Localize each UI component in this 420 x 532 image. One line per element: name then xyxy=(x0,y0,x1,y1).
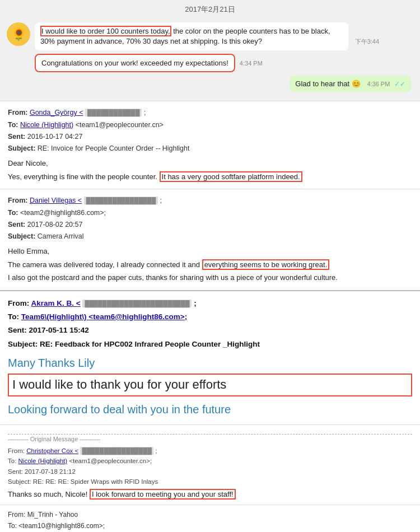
divider-text: ---------- Original Message ---------- xyxy=(8,436,100,442)
email-body-2: Hello Emma, The camera was delivered tod… xyxy=(8,246,412,283)
big-highlighted-text: I would like to thank you for your effor… xyxy=(8,374,412,396)
to-link-3[interactable]: Team6\(Highlight\) <team6@highlight86.co… xyxy=(21,312,187,321)
email-header-4: From: Christopher Cox < ████████████████… xyxy=(8,446,412,487)
greeting-2: Hello Emma, xyxy=(8,246,412,257)
to-email-1: <team1@peoplecounter.cn> xyxy=(76,121,164,129)
to-link-1[interactable]: Nicole (Highlight) xyxy=(20,121,73,129)
email-section-2: From: Daniel Villegas < ████████████████… xyxy=(0,189,420,290)
date-text: 2017年2月21日 xyxy=(185,5,235,13)
from-label-5: From: xyxy=(8,511,25,519)
avatar: 🌻 xyxy=(7,22,30,46)
email-header-5: From: Mi_Trinh - Yahoo To: <team10@highl… xyxy=(8,510,412,532)
body2-text: The camera was delivered today, I alread… xyxy=(8,260,200,269)
to-email-2: <team2@highlight86.com>; xyxy=(20,209,106,217)
highlighted-platform: It has a very good softfare platform ind… xyxy=(160,171,302,182)
subject-label-3: Subject: xyxy=(8,340,38,348)
double-check-icon: ✓✓ xyxy=(394,80,405,88)
chat-bubble-2-text: Congratulations on your work! exceeded m… xyxy=(41,59,228,67)
sent-label-2: Sent: xyxy=(8,221,25,228)
from-name-5: Mi_Trinh - Yahoo xyxy=(27,511,78,519)
greeting-1: Dear Nicole, xyxy=(8,158,412,169)
from-name-3: Akram K. B. < xyxy=(31,299,81,307)
chat-timestamp-1: 下午3:44 xyxy=(355,38,379,45)
divider-dashed: ---------- Original Message ---------- xyxy=(8,434,412,442)
email-body-1: Dear Nicole, Yes, everything is fine wit… xyxy=(8,158,412,182)
to-label-5: To: xyxy=(8,522,17,530)
to-label-1: To: xyxy=(8,121,18,129)
to-email-4: <team1@peoplecounter.cn>; xyxy=(69,458,152,464)
date-header: 2017年2月21日 xyxy=(0,0,420,18)
sent-1: 2016-10-17 04:27 xyxy=(27,133,83,141)
to-label-2: To: xyxy=(8,209,18,217)
from-link-2[interactable]: Daniel Villegas < xyxy=(30,197,82,204)
to-link-4[interactable]: Nicole (Highlight) xyxy=(18,458,68,464)
email-body-para-1: Yes, everything is fine with the people … xyxy=(8,171,412,183)
to-name-3: Team6\(Highlight\) xyxy=(21,312,87,321)
chat-timestamp-3: 4:36 PM xyxy=(367,81,390,87)
from-label-3: From: xyxy=(8,299,29,307)
email-body-para-2: The camera was delivered today, I alread… xyxy=(8,259,412,270)
from-link-3[interactable]: Akram K. B. < xyxy=(31,299,81,307)
subject-1: RE: Invoice for People Counter Order -- … xyxy=(38,144,190,152)
to-label-4: To: xyxy=(8,458,16,464)
email-section-3: From: Akram K. B. < ████████████████████… xyxy=(0,290,420,424)
from-label-4: From: xyxy=(8,447,25,454)
email-section-1: From: Gonda_György < ████████████ ; To: … xyxy=(0,101,420,189)
chat-section: 🌻 I would like to order 100 counters tod… xyxy=(0,18,420,101)
chat-bubble-1-text: I would like to order 100 counters today… xyxy=(40,26,330,45)
from-name-2: Daniel Villegas < xyxy=(30,197,82,204)
sent-label-1: Sent: xyxy=(8,133,25,141)
subject-4: RE: RE: RE: Spider Wraps with RFID Inlay… xyxy=(33,478,158,485)
to-email-3: <team6@highlight86.com>; xyxy=(88,312,187,321)
redacted-3: ████████████████████████ xyxy=(82,300,192,307)
from-name-1: Gonda_György < xyxy=(30,109,83,116)
sent-3: 2017-05-11 15:42 xyxy=(29,326,89,334)
from-link-4[interactable]: Christopher Cox < xyxy=(26,447,78,454)
email-section-5: From: Mi_Trinh - Yahoo To: <team10@highl… xyxy=(0,505,420,532)
chat-row-2: Congratulations on your work! exceeded m… xyxy=(35,54,413,72)
chat-row-3: Glad to hear that 😊 4:36 PM ✓✓ xyxy=(7,76,413,92)
subject-label-4: Subject: xyxy=(8,478,31,485)
chat-bubble-2: Congratulations on your work! exceeded m… xyxy=(35,54,235,72)
to-name-4: Nicole (Highlight) xyxy=(18,458,68,464)
email-header-2: From: Daniel Villegas < ████████████████… xyxy=(8,195,412,242)
from-name-4: Christopher Cox < xyxy=(26,447,78,454)
subject-label-1: Subject: xyxy=(8,144,35,152)
highlighted-meeting: I look forward to meeting you and your s… xyxy=(90,489,236,500)
from-label-1: From: xyxy=(8,109,27,116)
highlighted-order-text: I would like to order 100 counters today… xyxy=(40,26,171,36)
redacted-1: ████████████ xyxy=(85,109,142,116)
email-body-3: Many Thanks Lily I would like to thank y… xyxy=(8,354,412,418)
email-header-1: From: Gonda_György < ████████████ ; To: … xyxy=(8,107,412,155)
sent-label-3: Sent: xyxy=(8,326,27,334)
chat-row-1: 🌻 I would like to order 100 counters tod… xyxy=(7,22,413,50)
to-email-5: <team10@highlight86.com>; xyxy=(18,522,105,530)
sent-label-4: Sent: xyxy=(8,468,23,475)
redacted-4: ████████████████ xyxy=(80,447,153,455)
sent-4: 2017-07-18 21:12 xyxy=(25,468,76,475)
chat-bubble-3-text: Glad to hear that 😊 xyxy=(295,80,360,88)
from-link-1[interactable]: Gonda_György < xyxy=(30,109,83,116)
sent-2: 2017-08-02 20:57 xyxy=(27,221,83,228)
body1-text: Yes, everything is fine with the people … xyxy=(8,172,157,181)
many-thanks-text: Many Thanks Lily xyxy=(8,354,412,371)
email-body-4: Thanks so much, Nicole! I look forward t… xyxy=(8,489,412,500)
chat-timestamp-2: 4:34 PM xyxy=(240,60,263,67)
body4-text: Thanks so much, Nicole! xyxy=(8,490,87,498)
subject-3: RE: Feedback for HPC002 Infrared People … xyxy=(40,340,260,348)
to-name-1: Nicole (Highlight) xyxy=(20,121,73,129)
looking-forward-text: Looking forward to deal with you in the … xyxy=(8,401,412,418)
chat-bubble-3: Glad to hear that 😊 4:36 PM ✓✓ xyxy=(290,76,411,92)
redacted-2: ████████████████ xyxy=(84,197,158,204)
highlighted-working: everything seems to be working great. xyxy=(202,259,330,270)
from-label-2: From: xyxy=(8,197,27,204)
body2-para2: I also got the postcard and the paper cu… xyxy=(8,272,412,283)
subject-label-2: Subject: xyxy=(8,232,35,240)
email-header-3: From: Akram K. B. < ████████████████████… xyxy=(8,297,412,351)
avatar-icon: 🌻 xyxy=(11,27,26,41)
subject-2: Camera Arrival xyxy=(38,232,84,240)
to-label-3: To: xyxy=(8,312,19,321)
email-section-4: ---------- Original Message ---------- F… xyxy=(0,424,420,505)
